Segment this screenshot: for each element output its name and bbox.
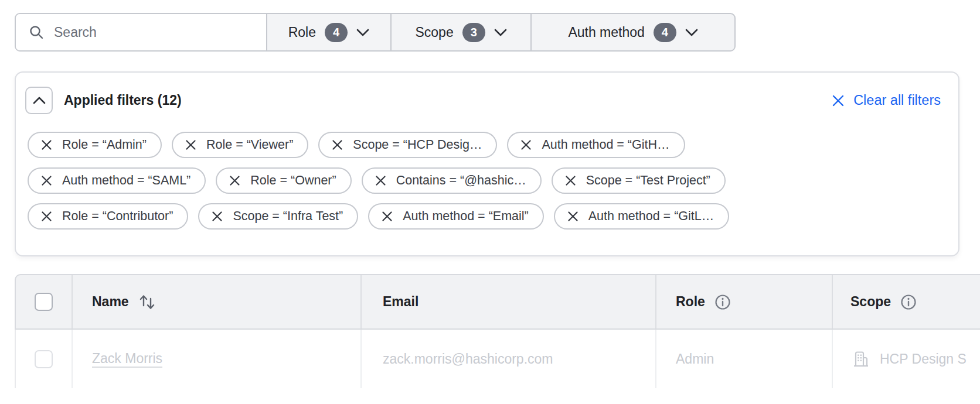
collapse-filters-button[interactable] — [25, 87, 53, 114]
close-icon — [832, 94, 845, 107]
pill-row: Role = “Contributor” Scope = “Infra Test… — [28, 203, 947, 230]
filter-pill-label: Auth method = “GitL… — [588, 209, 714, 224]
row-role-cell: Admin — [655, 330, 832, 388]
remove-filter-icon[interactable] — [565, 175, 576, 186]
users-table: Name Email Role Scope — [15, 274, 980, 388]
table-header-row: Name Email Role Scope — [15, 274, 980, 330]
row-name-cell: Zack Morris — [72, 330, 360, 388]
row-select-cell — [16, 330, 72, 388]
select-all-checkbox[interactable] — [35, 293, 53, 311]
search-box — [16, 14, 267, 50]
user-email: zack.morris@hashicorp.com — [383, 351, 553, 367]
pill-row: Auth method = “SAML” Role = “Owner” Cont… — [28, 167, 947, 194]
pill-row: Role = “Admin” Role = “Viewer” Scope = “… — [28, 132, 947, 158]
remove-filter-icon[interactable] — [41, 175, 52, 186]
name-column-label: Name — [92, 294, 129, 310]
remove-filter-icon[interactable] — [567, 211, 579, 222]
search-input[interactable] — [54, 25, 253, 40]
remove-filter-icon[interactable] — [229, 175, 240, 186]
remove-filter-icon[interactable] — [332, 139, 343, 150]
filter-pill-label: Scope = “Infra Test” — [233, 209, 343, 224]
org-building-icon — [850, 349, 870, 369]
role-filter-dropdown[interactable]: Role 4 — [267, 14, 392, 50]
filter-pill: Auth method = “GitH… — [507, 132, 685, 158]
remove-filter-icon[interactable] — [41, 139, 52, 150]
filter-pill-label: Scope = “Test Project” — [586, 173, 710, 188]
remove-filter-icon[interactable] — [185, 139, 196, 150]
filter-pill: Scope = “Infra Test” — [198, 203, 358, 230]
clear-all-filters-button[interactable]: Clear all filters — [832, 93, 941, 108]
filter-pill: Auth method = “Email” — [368, 203, 544, 230]
remove-filter-icon[interactable] — [41, 211, 52, 222]
info-icon[interactable] — [714, 294, 731, 310]
role-filter-label: Role — [288, 25, 316, 40]
chevron-down-icon — [356, 28, 369, 36]
role-column-label: Role — [676, 294, 705, 310]
scope-filter-count-badge: 3 — [462, 23, 485, 42]
name-column-header[interactable]: Name — [72, 275, 360, 328]
row-scope-cell: HCP Design S — [832, 330, 980, 388]
scope-filter-label: Scope — [415, 25, 453, 40]
row-email-cell: zack.morris@hashicorp.com — [360, 330, 655, 388]
filter-pill-label: Role = “Admin” — [62, 138, 147, 152]
filter-pill: Scope = “HCP Desig… — [318, 132, 497, 158]
applied-filters-panel: Applied filters (12) Clear all filters R… — [15, 71, 959, 256]
user-scope: HCP Design S — [880, 351, 967, 367]
filter-pill-label: Contains = “@hashic… — [396, 173, 526, 188]
filter-pill: Role = “Admin” — [28, 132, 162, 158]
filter-pill: Role = “Owner” — [216, 167, 351, 194]
user-name-link[interactable]: Zack Morris — [92, 351, 162, 368]
remove-filter-icon[interactable] — [382, 211, 393, 222]
email-column-label: Email — [383, 294, 418, 310]
filter-pill-label: Role = “Viewer” — [206, 138, 293, 152]
auth-method-filter-dropdown[interactable]: Auth method 4 — [532, 14, 734, 50]
filter-pill-label: Scope = “HCP Desig… — [353, 138, 482, 152]
info-icon[interactable] — [900, 294, 917, 310]
filter-toolbar: Role 4 Scope 3 Auth method 4 — [15, 13, 736, 52]
filter-pill: Auth method = “SAML” — [28, 167, 206, 194]
scope-filter-dropdown[interactable]: Scope 3 — [392, 14, 532, 50]
user-role: Admin — [676, 351, 714, 367]
role-filter-count-badge: 4 — [325, 23, 348, 42]
remove-filter-icon[interactable] — [375, 175, 386, 186]
role-column-header: Role — [655, 275, 832, 328]
table-row: Zack Morris zack.morris@hashicorp.com Ad… — [15, 330, 980, 388]
filter-pill: Role = “Viewer” — [172, 132, 308, 158]
filter-pill-label: Role = “Owner” — [250, 173, 336, 188]
clear-all-filters-label: Clear all filters — [853, 93, 941, 108]
auth-method-filter-count-badge: 4 — [654, 23, 676, 42]
row-checkbox[interactable] — [35, 350, 53, 368]
filter-pill: Role = “Contributor” — [28, 203, 188, 230]
filter-pill-label: Auth method = “SAML” — [62, 173, 190, 188]
filter-pill: Contains = “@hashic… — [362, 167, 542, 194]
auth-method-filter-label: Auth method — [568, 25, 644, 40]
remove-filter-icon[interactable] — [520, 139, 532, 150]
filter-pill-label: Auth method = “Email” — [403, 209, 529, 224]
filter-pill: Auth method = “GitL… — [554, 203, 730, 230]
filter-pill: Scope = “Test Project” — [552, 167, 726, 194]
email-column-header: Email — [360, 275, 655, 328]
filter-pill-label: Role = “Contributor” — [62, 209, 173, 224]
remove-filter-icon[interactable] — [212, 211, 223, 222]
filter-pill-label: Auth method = “GitH… — [542, 138, 669, 152]
chevron-down-icon — [685, 28, 698, 36]
scope-column-header: Scope — [832, 275, 980, 328]
sort-icon[interactable] — [138, 293, 156, 311]
applied-filters-title: Applied filters (12) — [64, 93, 182, 108]
chevron-up-icon — [33, 97, 46, 105]
applied-filters-header: Applied filters (12) Clear all filters — [16, 73, 958, 114]
applied-filter-pills: Role = “Admin” Role = “Viewer” Scope = “… — [28, 132, 947, 230]
scope-column-label: Scope — [850, 294, 891, 310]
search-icon — [29, 25, 44, 40]
select-all-cell — [16, 275, 72, 328]
chevron-down-icon — [494, 28, 507, 36]
